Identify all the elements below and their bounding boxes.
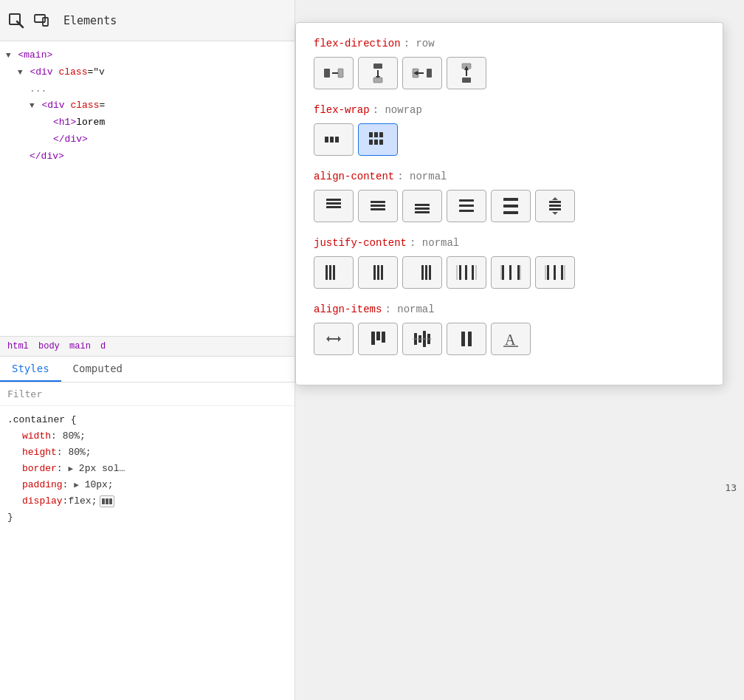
svg-rect-25 bbox=[335, 137, 339, 143]
flex-wrap-wrap-btn[interactable] bbox=[358, 123, 398, 156]
align-items-start-btn[interactable] bbox=[358, 323, 398, 355]
svg-rect-43 bbox=[459, 210, 474, 212]
tree-div1[interactable]: ▼ <div class="v bbox=[0, 64, 294, 81]
svg-rect-62 bbox=[465, 265, 467, 280]
svg-rect-36 bbox=[371, 205, 385, 207]
html-tree: ▼ <main> ▼ <div class="v ... ▼ <div clas… bbox=[0, 41, 294, 336]
svg-rect-66 bbox=[502, 265, 504, 280]
justify-content-space-evenly-btn[interactable] bbox=[535, 256, 575, 289]
justify-content-center-btn[interactable] bbox=[358, 256, 398, 289]
tabs-bar: Styles Computed bbox=[0, 357, 294, 382]
css-prop-height[interactable]: height: 80%; bbox=[7, 445, 287, 461]
svg-rect-22 bbox=[462, 78, 471, 83]
flex-dir-col-btn[interactable] bbox=[358, 57, 398, 89]
tree-div2[interactable]: ▼ <div class= bbox=[0, 97, 294, 114]
tree-main[interactable]: ▼ <main> bbox=[0, 47, 294, 64]
css-prop-width[interactable]: width: 80%; bbox=[7, 428, 287, 445]
svg-rect-77 bbox=[371, 332, 375, 345]
flex-direction-buttons bbox=[314, 57, 705, 89]
tab-computed[interactable]: Computed bbox=[61, 357, 134, 382]
align-items-end-btn[interactable] bbox=[447, 323, 486, 355]
svg-rect-86 bbox=[468, 332, 472, 346]
svg-rect-34 bbox=[326, 206, 341, 208]
svg-rect-37 bbox=[371, 208, 385, 210]
svg-rect-30 bbox=[374, 140, 378, 145]
svg-rect-46 bbox=[503, 211, 518, 214]
svg-rect-78 bbox=[376, 332, 380, 340]
align-content-space-around-btn[interactable] bbox=[447, 190, 486, 222]
justify-content-space-around-btn[interactable] bbox=[447, 256, 486, 289]
css-prop-padding[interactable]: padding: ▶ 10px; bbox=[7, 477, 287, 493]
css-prop-border[interactable]: border: ▶ 2px sol… bbox=[7, 461, 287, 477]
flex-dir-row-rev-btn[interactable] bbox=[402, 57, 442, 89]
svg-rect-11 bbox=[373, 64, 382, 69]
svg-rect-28 bbox=[379, 132, 383, 137]
align-items-baseline-btn[interactable]: A bbox=[491, 323, 531, 355]
justify-content-end-btn[interactable] bbox=[402, 256, 442, 289]
svg-rect-56 bbox=[377, 265, 379, 280]
svg-rect-67 bbox=[509, 265, 512, 280]
justify-content-section: justify-content: normal bbox=[314, 237, 705, 289]
svg-rect-31 bbox=[379, 140, 383, 145]
inspector-icon[interactable] bbox=[7, 12, 25, 30]
elements-tab[interactable]: Elements bbox=[58, 11, 123, 30]
align-content-buttons bbox=[314, 190, 705, 222]
svg-text:A: A bbox=[505, 332, 516, 348]
svg-rect-50 bbox=[549, 208, 561, 210]
svg-rect-57 bbox=[381, 265, 383, 280]
svg-rect-26 bbox=[369, 132, 373, 137]
breadcrumb-html[interactable]: html bbox=[7, 341, 29, 351]
justify-content-buttons bbox=[314, 256, 705, 289]
flex-icon-badge[interactable] bbox=[100, 495, 114, 507]
svg-rect-24 bbox=[330, 137, 334, 143]
align-items-center-btn[interactable] bbox=[402, 323, 442, 355]
align-content-space-between-btn[interactable] bbox=[491, 190, 531, 222]
breadcrumb-d[interactable]: d bbox=[100, 341, 106, 351]
tree-close-div-inner[interactable]: </div> bbox=[0, 131, 294, 148]
page-number: 13 bbox=[725, 482, 737, 493]
align-content-title: align-content: normal bbox=[314, 171, 705, 182]
flex-dir-row-btn[interactable] bbox=[314, 57, 354, 89]
devtools-left-panel: Elements ▼ <main> ▼ <div class="v ... ▼ … bbox=[0, 0, 295, 700]
align-content-start-btn[interactable] bbox=[314, 190, 354, 222]
svg-rect-2 bbox=[35, 15, 45, 22]
tree-close-div-outer[interactable]: </div> bbox=[0, 148, 294, 165]
svg-rect-40 bbox=[415, 211, 430, 213]
svg-rect-58 bbox=[421, 265, 424, 280]
svg-rect-39 bbox=[415, 207, 430, 210]
breadcrumb-body[interactable]: body bbox=[38, 341, 60, 351]
flex-wrap-title: flex-wrap: nowrap bbox=[314, 104, 705, 116]
svg-rect-85 bbox=[461, 332, 465, 346]
flex-editor-popup: flex-direction: row bbox=[295, 22, 723, 385]
flex-wrap-section: flex-wrap: nowrap bbox=[314, 104, 705, 156]
flex-direction-section: flex-direction: row bbox=[314, 38, 705, 89]
svg-rect-10 bbox=[338, 69, 343, 78]
svg-rect-44 bbox=[503, 198, 518, 201]
svg-rect-38 bbox=[415, 204, 430, 206]
svg-rect-49 bbox=[549, 205, 561, 207]
align-content-stretch-btn[interactable] bbox=[535, 190, 575, 222]
svg-rect-41 bbox=[459, 199, 474, 202]
svg-rect-23 bbox=[325, 137, 328, 143]
flex-direction-title: flex-direction: row bbox=[314, 38, 705, 49]
svg-rect-45 bbox=[503, 205, 518, 207]
css-prop-display[interactable]: display: flex; bbox=[7, 493, 287, 509]
svg-marker-47 bbox=[552, 197, 558, 200]
flex-dir-col-rev-btn[interactable] bbox=[447, 57, 486, 89]
align-items-stretch-btn[interactable] bbox=[314, 323, 354, 355]
tree-ellipsis: ... bbox=[0, 81, 294, 98]
svg-rect-54 bbox=[333, 265, 335, 280]
breadcrumb-main[interactable]: main bbox=[69, 341, 91, 351]
justify-content-space-between-btn[interactable] bbox=[491, 256, 531, 289]
flex-wrap-nowrap-btn[interactable] bbox=[314, 123, 354, 156]
svg-rect-71 bbox=[547, 265, 549, 280]
justify-content-title: justify-content: normal bbox=[314, 237, 705, 249]
device-icon[interactable] bbox=[32, 12, 50, 30]
justify-content-start-btn[interactable] bbox=[314, 256, 354, 289]
svg-rect-33 bbox=[326, 202, 341, 205]
tree-h1[interactable]: <h1>lorem bbox=[0, 114, 294, 131]
align-content-end-btn[interactable] bbox=[402, 190, 442, 222]
tab-styles[interactable]: Styles bbox=[0, 357, 61, 382]
align-content-center-btn[interactable] bbox=[358, 190, 398, 222]
svg-rect-5 bbox=[106, 498, 108, 504]
